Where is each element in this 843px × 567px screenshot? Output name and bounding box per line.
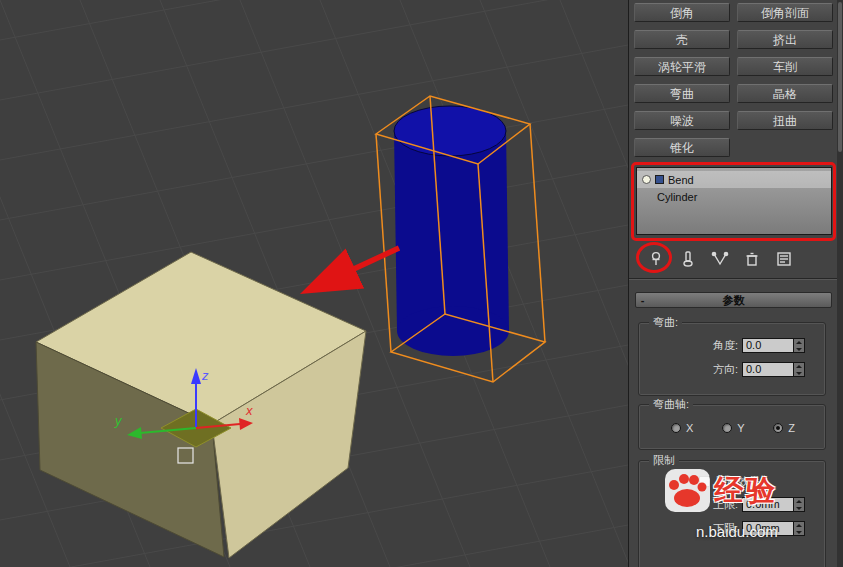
upper-limit-label: 上限: (713, 497, 738, 512)
lower-limit-field[interactable]: 0.0mm (742, 521, 794, 536)
modifier-button-grid: 倒角 倒角剖面 壳 挤出 涡轮平滑 车削 弯曲 晶格 噪波 扭曲 锥化 (634, 3, 833, 157)
bend-axis-group-label: 弯曲轴: (649, 397, 693, 411)
bend-axis-x-radio[interactable]: X (671, 422, 693, 434)
spin-down-button[interactable] (794, 505, 804, 512)
lower-limit-label: 下限: (713, 521, 738, 536)
remove-modifier-icon[interactable] (741, 249, 763, 269)
limit-effect-checkbox[interactable] (699, 476, 710, 487)
modifier-button-shell[interactable]: 壳 (634, 30, 730, 49)
axis-x-label: x (245, 403, 253, 418)
parameters-rollout-header[interactable]: - 参数 (635, 292, 832, 308)
limit-effect-label: 限制效果 (716, 474, 760, 489)
modifier-button-twist[interactable]: 扭曲 (737, 111, 833, 130)
modifier-button-taper[interactable]: 锥化 (634, 138, 730, 157)
limits-group-label: 限制 (649, 453, 679, 467)
angle-field[interactable]: 0.0 (742, 338, 794, 353)
spin-down-button[interactable] (794, 346, 804, 353)
radio-icon[interactable] (671, 423, 681, 433)
lower-limit-spinner[interactable] (794, 521, 805, 536)
spin-down-button[interactable] (794, 529, 804, 536)
radio-selected-icon[interactable] (773, 423, 783, 433)
modifier-stack[interactable]: Bend Cylinder (636, 167, 832, 235)
bend-axis-z-label: Z (788, 422, 795, 434)
modifier-button-lattice[interactable]: 晶格 (737, 84, 833, 103)
modifier-button-extrude[interactable]: 挤出 (737, 30, 833, 49)
upper-limit-field[interactable]: 0.0mm (742, 497, 794, 512)
configure-modifier-sets-icon[interactable] (773, 249, 795, 269)
modifier-button-bevel[interactable]: 倒角 (634, 3, 730, 22)
direction-spinner[interactable] (794, 362, 805, 377)
modifier-stack-item-cylinder[interactable]: Cylinder (637, 188, 831, 205)
modifier-button-turbosmooth[interactable]: 涡轮平滑 (634, 57, 730, 76)
modifier-button-noise[interactable]: 噪波 (634, 111, 730, 130)
bend-parameters-group: 弯曲: 角度: 0.0 方向: 0.0 (638, 322, 826, 396)
panel-scrollbar[interactable] (837, 0, 843, 567)
modifier-stack-item-label: Bend (668, 174, 694, 186)
modifier-button-bend[interactable]: 弯曲 (634, 84, 730, 103)
modifier-enable-bulb-icon[interactable] (642, 175, 651, 184)
pin-stack-icon[interactable] (645, 249, 667, 269)
show-end-result-icon[interactable] (677, 249, 699, 269)
axis-z-label: z (201, 368, 209, 383)
limits-group: 限制 限制效果 上限: 0.0mm 下限: 0.0mm (638, 460, 826, 567)
panel-scrollbar-thumb[interactable] (838, 2, 842, 152)
collapse-icon[interactable]: - (636, 293, 649, 307)
modifier-stack-item-bend[interactable]: Bend (637, 171, 831, 188)
box-object[interactable] (36, 252, 366, 558)
panel-divider (629, 278, 838, 279)
bend-modifier-icon (655, 175, 664, 184)
bend-axis-group: 弯曲轴: X Y Z (638, 404, 826, 450)
angle-spinner[interactable] (794, 338, 805, 353)
direction-label: 方向: (713, 362, 738, 377)
modifier-button-bevel-profile[interactable]: 倒角剖面 (737, 3, 833, 22)
modifier-stack-toolbar (634, 246, 833, 272)
radio-icon[interactable] (722, 423, 732, 433)
bend-axis-y-label: Y (737, 422, 744, 434)
modifier-button-lathe[interactable]: 车削 (737, 57, 833, 76)
spin-down-button[interactable] (794, 370, 804, 377)
make-unique-icon[interactable] (709, 249, 731, 269)
cylinder-object[interactable] (394, 106, 509, 356)
bend-axis-y-radio[interactable]: Y (722, 422, 744, 434)
rollout-title: 参数 (649, 293, 818, 308)
bend-axis-z-radio[interactable]: Z (773, 422, 795, 434)
viewport[interactable]: z x y (0, 0, 628, 567)
direction-field[interactable]: 0.0 (742, 362, 794, 377)
angle-label: 角度: (713, 338, 738, 353)
command-panel: 倒角 倒角剖面 壳 挤出 涡轮平滑 车削 弯曲 晶格 噪波 扭曲 锥化 Bend… (628, 0, 843, 567)
modifier-stack-item-label: Cylinder (657, 191, 697, 203)
upper-limit-spinner[interactable] (794, 497, 805, 512)
bend-group-label: 弯曲: (649, 315, 682, 329)
screenshot-root: z x y (0, 0, 843, 567)
bend-axis-x-label: X (686, 422, 693, 434)
